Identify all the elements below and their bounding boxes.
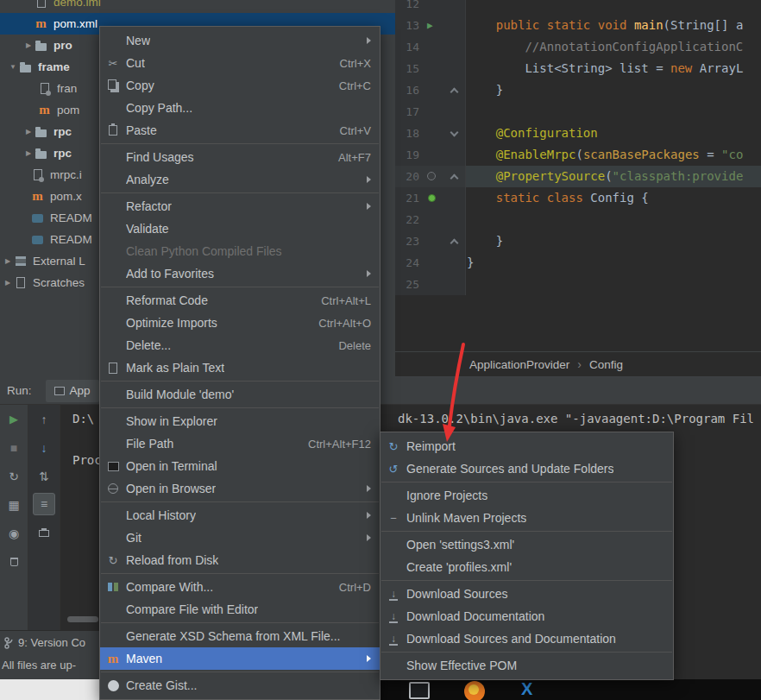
submenu-item-download-sources-and-documentation[interactable]: ↓Download Sources and Documentation xyxy=(380,627,673,650)
code-editor[interactable]: 12 13▶ public static void main(String[] … xyxy=(395,0,761,351)
submenu-item-show-effective-pom[interactable]: Show Effective POM xyxy=(380,654,673,677)
soft-wrap-toggle[interactable]: ≡ xyxy=(33,493,55,515)
module-file-icon xyxy=(38,82,51,95)
chevron-right-icon[interactable]: ▶ xyxy=(22,149,35,157)
run-main-icon[interactable]: ▶ xyxy=(427,20,433,31)
menu-item-mark-as-plain-text[interactable]: Mark as Plain Text xyxy=(100,356,380,379)
menu-item-generate-xsd[interactable]: Generate XSD Schema from XML File... xyxy=(100,625,380,647)
maven-file-icon: m xyxy=(35,17,47,30)
scroll-buttons[interactable]: ⇅ xyxy=(28,462,60,490)
fold-icon[interactable] xyxy=(450,129,459,137)
pin-button[interactable]: ◉ xyxy=(0,519,28,547)
chevron-down-icon[interactable]: ▼ xyxy=(7,63,19,71)
menu-item-git[interactable]: Git xyxy=(100,527,380,549)
menu-item-open-in-browser[interactable]: Open in Browser xyxy=(100,477,380,500)
submenu-item-generate-sources[interactable]: ↺Generate Sources and Update Folders xyxy=(380,457,673,480)
icon-spacer xyxy=(105,628,121,644)
gutter-dot-icon[interactable] xyxy=(427,172,436,180)
module-file-icon xyxy=(31,168,44,181)
fold-icon[interactable] xyxy=(450,174,459,183)
console-horizontal-scrollbar[interactable] xyxy=(67,616,98,622)
submenu-item-download-documentation[interactable]: ↓Download Documentation xyxy=(380,605,673,627)
run-tab-app[interactable]: App xyxy=(46,380,99,402)
firefox-icon[interactable] xyxy=(464,681,485,700)
version-control-button[interactable]: 9: Version Co xyxy=(3,636,85,649)
submenu-item-reimport[interactable]: ↻Reimport xyxy=(380,435,673,457)
gutter: 25 xyxy=(395,274,466,295)
thread-dump-button[interactable]: ▦ xyxy=(0,490,28,519)
menu-item-copy[interactable]: CopyCtrl+C xyxy=(100,74,380,97)
menu-item-validate[interactable]: Validate xyxy=(100,218,380,240)
submenu-arrow-icon xyxy=(367,270,371,277)
fold-icon[interactable] xyxy=(450,239,459,248)
stop-button[interactable]: ■ xyxy=(0,433,28,462)
code-text: @PropertySource("classpath:provide xyxy=(466,166,743,187)
submenu-item-open-settings3[interactable]: Open 'settings3.xml' xyxy=(380,533,673,556)
spring-bean-icon[interactable] xyxy=(428,194,436,202)
console-text: D:\ xyxy=(72,412,94,426)
breadcrumb-item-class[interactable]: ApplicationProvider xyxy=(469,358,569,371)
menu-item-add-to-favorites[interactable]: Add to Favorites xyxy=(100,262,380,285)
gutter-icons xyxy=(421,166,464,187)
markdown-file-icon xyxy=(31,211,44,224)
menu-item-show-in-explorer[interactable]: Show in Explorer xyxy=(100,410,380,432)
restart-button[interactable]: ↻ xyxy=(0,462,28,490)
tree-item-demo-iml[interactable]: demo.iml xyxy=(0,0,395,13)
clear-console-button[interactable] xyxy=(0,547,28,576)
menu-item-analyze[interactable]: Analyze xyxy=(100,168,380,191)
code-text: } xyxy=(466,230,503,252)
print-button[interactable] xyxy=(28,519,60,547)
menu-item-find-usages[interactable]: Find UsagesAlt+F7 xyxy=(100,146,380,168)
menu-item-delete[interactable]: Delete...Delete xyxy=(100,334,380,356)
icon-spacer xyxy=(105,508,121,523)
taskbar-search-box[interactable] xyxy=(0,679,102,700)
menu-item-new[interactable]: New xyxy=(100,29,380,52)
submenu-arrow-icon xyxy=(367,37,371,44)
menu-separator xyxy=(101,573,379,574)
tree-item-label: External L xyxy=(33,255,85,268)
fold-icon[interactable] xyxy=(450,88,459,97)
menu-item-open-in-terminal[interactable]: Open in Terminal xyxy=(100,455,380,477)
chevron-right-icon[interactable]: ▶ xyxy=(22,128,35,136)
download-icon: ↓ xyxy=(386,631,401,646)
menu-item-build-module[interactable]: Build Module 'demo' xyxy=(100,383,380,406)
menu-item-maven[interactable]: mMaven xyxy=(100,647,380,670)
editor-line-current: 20 @PropertySource("classpath:provide xyxy=(395,166,761,187)
gutter-icons xyxy=(421,274,464,295)
menu-separator xyxy=(101,622,379,623)
editor-line: 21 static class Config { xyxy=(395,187,761,209)
gutter: 14 xyxy=(395,36,466,58)
editor-line: 13▶ public static void main(String[] a xyxy=(395,15,761,36)
menu-item-refactor[interactable]: Refactor xyxy=(100,195,380,218)
chevron-right-icon[interactable]: ▶ xyxy=(2,279,14,287)
menu-item-paste[interactable]: PasteCtrl+V xyxy=(100,119,380,142)
menu-item-compare-file-with-editor[interactable]: Compare File with Editor xyxy=(100,598,380,621)
menu-item-reload-from-disk[interactable]: ↻Reload from Disk xyxy=(100,549,380,571)
branch-icon xyxy=(3,637,15,649)
submenu-item-create-profiles[interactable]: Create 'profiles.xml' xyxy=(380,556,673,578)
menu-item-compare-with[interactable]: Compare With...Ctrl+D xyxy=(100,576,380,598)
down-stack-trace-button[interactable]: ↓ xyxy=(28,433,60,462)
taskbar-app-window-icon[interactable] xyxy=(409,682,430,699)
menu-item-file-path[interactable]: File PathCtrl+Alt+F12 xyxy=(100,432,380,455)
chevron-right-icon[interactable]: ▶ xyxy=(2,257,14,265)
taskbar-blue-app-icon[interactable]: X xyxy=(521,679,532,699)
submenu-item-download-sources[interactable]: ↓Download Sources xyxy=(380,583,673,605)
up-stack-trace-button[interactable]: ↑ xyxy=(28,405,60,433)
libraries-icon xyxy=(14,255,27,268)
submenu-item-ignore-projects[interactable]: Ignore Projects xyxy=(380,484,673,507)
breadcrumb-item-inner-class[interactable]: Config xyxy=(589,358,623,371)
chevron-right-icon[interactable]: ▶ xyxy=(22,41,35,49)
menu-item-cut[interactable]: ✂CutCtrl+X xyxy=(100,52,380,74)
submenu-item-unlink-maven-projects[interactable]: −Unlink Maven Projects xyxy=(380,507,673,529)
icon-spacer xyxy=(105,221,121,236)
menu-item-create-gist[interactable]: Create Gist... xyxy=(100,674,380,697)
menu-item-local-history[interactable]: Local History xyxy=(100,504,380,527)
line-number: 21 xyxy=(395,187,421,209)
menu-item-optimize-imports[interactable]: Optimize ImportsCtrl+Alt+O xyxy=(100,312,380,334)
console-text: dk-13.0.2\bin\java.exe "-javaagent:D:\Pr… xyxy=(398,412,754,426)
gutter-icons xyxy=(421,252,464,274)
rerun-button[interactable]: ▶ xyxy=(0,405,28,433)
menu-item-copy-path[interactable]: Copy Path... xyxy=(100,97,380,119)
menu-item-reformat-code[interactable]: Reformat CodeCtrl+Alt+L xyxy=(100,289,380,312)
